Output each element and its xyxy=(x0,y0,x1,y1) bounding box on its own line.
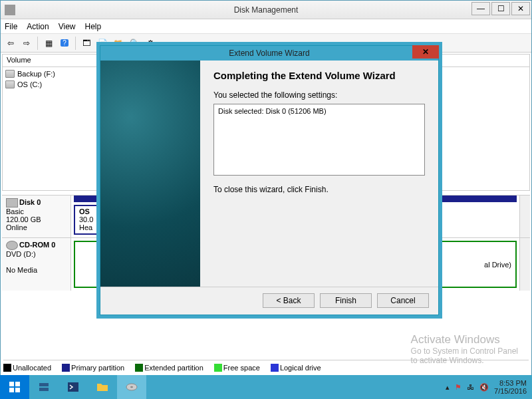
menu-help[interactable]: Help xyxy=(85,22,102,31)
disk-status: No Media xyxy=(6,266,37,274)
svg-rect-1 xyxy=(15,382,20,386)
disk-status: Online xyxy=(6,223,27,231)
volume-icon xyxy=(5,80,15,88)
taskbar-item-powershell[interactable] xyxy=(59,375,88,399)
legend-item: Free space xyxy=(214,364,260,372)
wizard-settings-box: Disk selected: Disk 0 (51206 MB) xyxy=(213,104,425,176)
disk-icon xyxy=(125,380,138,394)
forward-icon[interactable]: ⇨ xyxy=(19,36,34,51)
swatch-icon xyxy=(62,364,70,372)
extend-volume-wizard-dialog: Extend Volume Wizard ✕ Completing the Ex… xyxy=(100,45,439,315)
svg-rect-4 xyxy=(39,383,49,386)
taskbar: ▴ ⚑ 🖧 🔇 8:53 PM 7/15/2016 xyxy=(0,375,532,399)
clock-date: 7/15/2016 xyxy=(494,387,527,395)
start-button[interactable] xyxy=(0,375,29,399)
disk-id: Disk 0 xyxy=(19,198,41,206)
disk-size: 120.00 GB xyxy=(6,215,41,223)
server-icon xyxy=(37,380,51,394)
legend-item: Unallocated xyxy=(3,364,51,372)
disk-label-panel[interactable]: Disk 0 Basic 120.00 GB Online xyxy=(2,196,71,237)
window-title: Disk Management xyxy=(1,5,531,15)
volume-label: OS (C:) xyxy=(17,80,42,88)
svg-rect-2 xyxy=(9,388,14,392)
titlebar[interactable]: Disk Management — ☐ ✕ xyxy=(1,1,531,19)
tray-clock[interactable]: 8:53 PM 7/15/2016 xyxy=(494,379,527,395)
scrollbar[interactable] xyxy=(519,238,530,291)
disk-type: DVD (D:) xyxy=(6,250,36,258)
swatch-icon xyxy=(135,364,143,372)
tray-chevron-icon[interactable]: ▴ xyxy=(446,383,450,392)
dialog-close-button[interactable]: ✕ xyxy=(412,45,439,59)
finish-button[interactable]: Finish xyxy=(320,293,372,308)
wizard-button-row: < Back Finish Cancel xyxy=(100,287,438,313)
cdrom-icon xyxy=(6,241,18,250)
taskbar-item-explorer[interactable] xyxy=(88,375,117,399)
list-icon[interactable]: ▦ xyxy=(41,36,56,51)
wizard-settings-text: Disk selected: Disk 0 (51206 MB) xyxy=(218,107,327,115)
taskbar-item-diskmgmt[interactable] xyxy=(117,375,146,399)
swatch-icon xyxy=(214,364,222,372)
dialog-titlebar[interactable]: Extend Volume Wizard ✕ xyxy=(100,46,438,61)
menu-view[interactable]: View xyxy=(59,22,76,31)
minimize-button[interactable]: — xyxy=(471,2,490,15)
svg-rect-0 xyxy=(9,382,14,386)
help-icon[interactable]: ? xyxy=(57,36,72,51)
back-button[interactable]: < Back xyxy=(263,293,315,308)
refresh-icon[interactable]: 🗔 xyxy=(79,36,94,51)
system-tray: ▴ ⚑ 🖧 🔇 8:53 PM 7/15/2016 xyxy=(440,379,532,395)
clock-time: 8:53 PM xyxy=(494,379,527,387)
maximize-button[interactable]: ☐ xyxy=(491,2,510,15)
menubar: File Action View Help xyxy=(1,19,531,34)
svg-point-8 xyxy=(130,386,133,388)
disk-type: Basic xyxy=(6,207,24,215)
wizard-heading: Completing the Extend Volume Wizard xyxy=(213,70,425,81)
disk-icon xyxy=(6,198,18,207)
dialog-title: Extend Volume Wizard xyxy=(229,49,309,58)
tray-volume-icon[interactable]: 🔇 xyxy=(479,383,489,392)
legend-item: Primary partition xyxy=(62,364,124,372)
menu-action[interactable]: Action xyxy=(27,22,49,31)
powershell-icon xyxy=(66,380,80,394)
tray-network-icon[interactable]: 🖧 xyxy=(467,383,474,391)
svg-rect-5 xyxy=(39,388,49,391)
cancel-button[interactable]: Cancel xyxy=(377,293,429,308)
swatch-icon xyxy=(3,364,11,372)
tray-flag-icon[interactable]: ⚑ xyxy=(455,383,462,392)
scrollbar[interactable] xyxy=(519,196,530,237)
legend-item: Logical drive xyxy=(271,364,321,372)
volume-label: Backup (F:) xyxy=(17,70,55,78)
svg-rect-3 xyxy=(15,388,20,392)
wizard-side-graphic xyxy=(100,61,200,287)
legend-item: Extended partition xyxy=(135,364,203,372)
disk-label-panel[interactable]: CD-ROM 0 DVD (D:) No Media xyxy=(2,238,71,291)
back-icon[interactable]: ⇦ xyxy=(3,36,18,51)
wizard-main-panel: Completing the Extend Volume Wizard You … xyxy=(200,61,438,287)
legend: Unallocated Primary partition Extended p… xyxy=(3,360,529,373)
menu-file[interactable]: File xyxy=(5,22,17,31)
taskbar-item-server[interactable] xyxy=(29,375,59,399)
wizard-closing-text: To close this wizard, click Finish. xyxy=(213,185,425,194)
wizard-intro: You selected the following settings: xyxy=(213,90,425,100)
volume-icon xyxy=(5,70,15,78)
close-button[interactable]: ✕ xyxy=(511,2,530,15)
folder-icon xyxy=(96,380,109,394)
swatch-icon xyxy=(271,364,279,372)
windows-icon xyxy=(8,380,21,394)
disk-id: CD-ROM 0 xyxy=(19,241,55,249)
